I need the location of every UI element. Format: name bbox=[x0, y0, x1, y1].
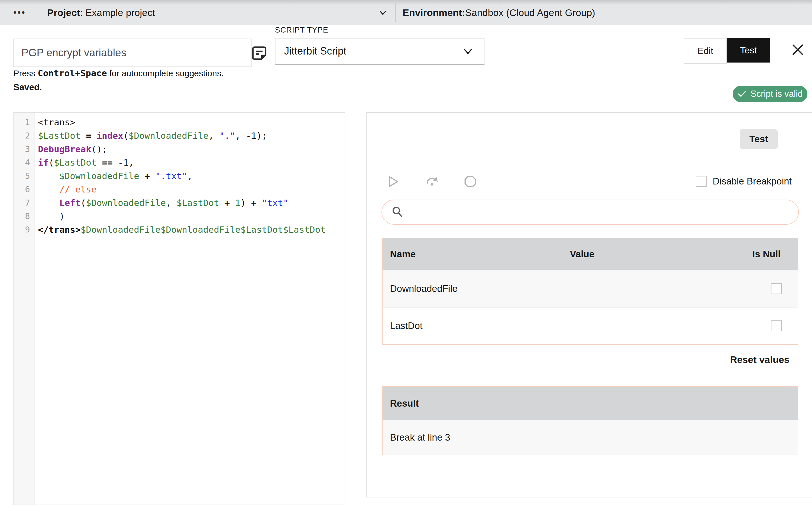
saved-status: Saved. bbox=[13, 82, 42, 92]
col-is-null: Is Null bbox=[685, 249, 798, 260]
script-name-input[interactable]: PGP encrypt variables bbox=[13, 38, 252, 67]
environment-selector[interactable]: Environment: Sandbox (Cloud Agent Group) bbox=[402, 0, 595, 25]
result-row: Break at line 3 bbox=[383, 420, 798, 454]
result-header: Result bbox=[383, 387, 798, 420]
result-table: Result Break at line 3 bbox=[382, 386, 798, 455]
top-bar: ••• Project: Example project Environment… bbox=[0, 0, 812, 25]
line-number: 6 bbox=[14, 183, 34, 196]
line-number: 9 bbox=[14, 223, 34, 237]
col-name: Name bbox=[383, 249, 480, 260]
autocomplete-hint: Press Control+Space for autocomplete sug… bbox=[13, 68, 223, 78]
variable-name: LastDot bbox=[383, 320, 480, 331]
line-number: 4 bbox=[14, 156, 34, 169]
code-line[interactable]: Left($DownloadedFile, $LastDot + 1) + "t… bbox=[38, 196, 345, 209]
search-icon bbox=[391, 206, 404, 219]
variable-row: DownloadedFile bbox=[383, 270, 798, 307]
project-name: : Example project bbox=[80, 7, 155, 18]
topbar-divider bbox=[395, 3, 396, 22]
script-type-dropdown[interactable]: Jitterbit Script bbox=[275, 38, 484, 65]
test-tab-button[interactable]: Test bbox=[727, 38, 770, 63]
note-icon[interactable] bbox=[251, 45, 267, 61]
script-type-value: Jitterbit Script bbox=[284, 45, 346, 57]
script-type-label: SCRIPT TYPE bbox=[275, 26, 328, 34]
play-icon[interactable] bbox=[386, 175, 400, 188]
code-line[interactable]: $LastDot = index($DownloadedFile, ".", -… bbox=[38, 129, 345, 143]
environment-name: Sandbox (Cloud Agent Group) bbox=[465, 7, 595, 18]
editor-code[interactable]: <trans>$LastDot = index($DownloadedFile,… bbox=[35, 113, 345, 505]
project-label: Project bbox=[47, 7, 80, 18]
line-number: 3 bbox=[14, 143, 34, 156]
chevron-down-icon[interactable] bbox=[377, 8, 388, 17]
code-line[interactable]: // else bbox=[38, 183, 345, 196]
col-value: Value bbox=[480, 249, 685, 260]
variable-search-input[interactable] bbox=[381, 199, 799, 225]
variable-row: LastDot bbox=[383, 307, 798, 344]
code-line[interactable]: ) bbox=[38, 209, 345, 223]
code-editor[interactable]: 123456789 <trans>$LastDot = index($Downl… bbox=[13, 112, 345, 505]
environment-label: Environment: bbox=[402, 7, 465, 18]
edit-button[interactable]: Edit bbox=[684, 38, 727, 64]
code-line[interactable]: if($LastDot == -1, bbox=[38, 156, 345, 169]
variables-rows: DownloadedFileLastDot bbox=[383, 270, 798, 344]
code-line[interactable]: $DownloadedFile + ".txt", bbox=[38, 169, 345, 183]
line-number: 8 bbox=[14, 209, 34, 223]
run-test-button[interactable]: Test bbox=[740, 129, 778, 149]
disable-breakpoint-label: Disable Breakpoint bbox=[713, 176, 792, 187]
check-icon bbox=[737, 90, 747, 98]
variables-table-header: Name Value Is Null bbox=[383, 238, 798, 270]
script-valid-badge: Script is valid bbox=[733, 86, 807, 102]
badge-label: Script is valid bbox=[751, 89, 803, 99]
stop-icon[interactable] bbox=[464, 175, 477, 188]
shortcut-key: Control+Space bbox=[38, 68, 107, 78]
code-line[interactable]: DebugBreak(); bbox=[38, 143, 345, 156]
test-panel: Test Disable Breakpoint Name Value Is Nu… bbox=[366, 112, 812, 497]
is-null-checkbox[interactable] bbox=[771, 283, 782, 294]
close-icon[interactable] bbox=[791, 43, 805, 57]
overflow-menu-icon[interactable]: ••• bbox=[13, 0, 26, 25]
code-line[interactable]: </trans>$DownloadedFile$DownloadedFile$L… bbox=[38, 223, 345, 237]
step-over-icon[interactable] bbox=[425, 175, 438, 188]
edit-test-toggle: Edit Test bbox=[684, 38, 770, 63]
project-selector[interactable]: Project: Example project bbox=[47, 0, 155, 25]
editor-gutter: 123456789 bbox=[14, 113, 35, 505]
line-number: 7 bbox=[14, 196, 34, 209]
code-line[interactable]: <trans> bbox=[38, 116, 345, 129]
variable-name: DownloadedFile bbox=[383, 283, 480, 294]
line-number: 2 bbox=[14, 129, 34, 143]
line-number: 5 bbox=[14, 169, 34, 183]
variables-table: Name Value Is Null DownloadedFileLastDot bbox=[382, 238, 798, 345]
is-null-checkbox[interactable] bbox=[771, 320, 782, 331]
disable-breakpoint-checkbox[interactable] bbox=[696, 176, 707, 187]
reset-values-button[interactable]: Reset values bbox=[367, 354, 790, 365]
line-number: 1 bbox=[14, 116, 34, 129]
result-rows: Break at line 3 bbox=[383, 420, 798, 454]
chevron-down-icon bbox=[462, 48, 474, 55]
